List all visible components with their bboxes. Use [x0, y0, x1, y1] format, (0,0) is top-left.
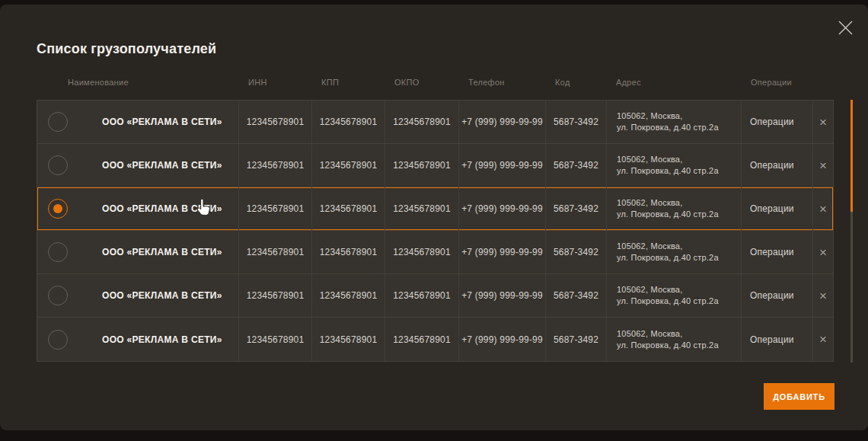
- table-header: Наименование ИНН КПП ОКПО Телефон Код Ад…: [37, 78, 834, 87]
- operations-button[interactable]: Операции: [742, 101, 813, 143]
- header-operations: Операции: [742, 78, 813, 87]
- code-cell: 5687-3492: [546, 144, 607, 187]
- consignee-list-dialog: Список грузополучателей Наименование ИНН…: [0, 5, 868, 430]
- okpo-cell: 12345678901: [385, 101, 459, 143]
- address-line-2: ул. Покровка, д.40 стр.2а: [617, 340, 719, 351]
- okpo-cell: 12345678901: [385, 231, 459, 273]
- address-cell: 105062, Москва, ул. Покровка, д.40 стр.2…: [607, 144, 742, 187]
- phone-cell: +7 (999) 999-99-99: [459, 274, 546, 317]
- address-line-1: 105062, Москва,: [617, 284, 682, 296]
- radio-button[interactable]: [48, 112, 68, 132]
- address-cell: 105062, Москва, ул. Покровка, д.40 стр.2…: [607, 231, 742, 273]
- hand-cursor-icon: [196, 197, 212, 217]
- code-cell: 5687-3492: [546, 101, 607, 143]
- table-row[interactable]: ООО «РЕКЛАМА В СЕТИ» 12345678901 1234567…: [37, 144, 833, 187]
- kpp-cell: 12345678901: [312, 187, 385, 230]
- address-cell: 105062, Москва, ул. Покровка, д.40 стр.2…: [607, 187, 742, 230]
- operations-button[interactable]: Операции: [742, 231, 813, 273]
- x-icon: ×: [819, 116, 827, 129]
- x-icon: ×: [819, 289, 827, 302]
- header-inn: ИНН: [239, 78, 312, 87]
- header-phone: Телефон: [459, 78, 546, 87]
- inn-cell: 12345678901: [239, 144, 312, 187]
- phone-cell: +7 (999) 999-99-99: [459, 318, 546, 361]
- consignee-name: ООО «РЕКЛАМА В СЕТИ»: [102, 290, 222, 301]
- address-line-1: 105062, Москва,: [617, 110, 682, 122]
- kpp-cell: 12345678901: [312, 274, 385, 317]
- operations-button[interactable]: Операции: [742, 318, 813, 361]
- address-line-2: ул. Покровка, д.40 стр.2а: [617, 209, 719, 220]
- name-cell: ООО «РЕКЛАМА В СЕТИ»: [37, 101, 239, 143]
- radio-button[interactable]: [48, 330, 68, 350]
- operations-button[interactable]: Операции: [742, 144, 813, 187]
- inn-cell: 12345678901: [239, 318, 312, 361]
- address-cell: 105062, Москва, ул. Покровка, д.40 стр.2…: [607, 318, 742, 361]
- header-kpp: КПП: [312, 78, 385, 87]
- x-icon: ×: [819, 333, 827, 346]
- phone-cell: +7 (999) 999-99-99: [459, 231, 546, 273]
- table-body: ООО «РЕКЛАМА В СЕТИ» 12345678901 1234567…: [37, 100, 834, 362]
- table-row[interactable]: ООО «РЕКЛАМА В СЕТИ» 12345678901 1234567…: [37, 101, 833, 144]
- code-cell: 5687-3492: [546, 274, 607, 317]
- phone-cell: +7 (999) 999-99-99: [459, 187, 546, 230]
- kpp-cell: 12345678901: [312, 101, 385, 143]
- consignee-name: ООО «РЕКЛАМА В СЕТИ»: [102, 117, 222, 127]
- close-icon[interactable]: [834, 17, 856, 38]
- x-icon: ×: [819, 246, 827, 259]
- address-line-1: 105062, Москва,: [617, 197, 682, 209]
- consignee-name: ООО «РЕКЛАМА В СЕТИ»: [102, 247, 222, 257]
- header-address: Адрес: [607, 78, 742, 87]
- address-line-2: ул. Покровка, д.40 стр.2а: [617, 165, 719, 177]
- header-code: Код: [546, 78, 607, 87]
- address-line-2: ул. Покровка, д.40 стр.2а: [617, 122, 719, 133]
- row-delete-button[interactable]: ×: [813, 101, 833, 143]
- radio-button[interactable]: [48, 199, 68, 219]
- okpo-cell: 12345678901: [385, 274, 459, 317]
- row-delete-button[interactable]: ×: [813, 144, 833, 187]
- scrollbar[interactable]: [850, 100, 853, 363]
- address-line-2: ул. Покровка, д.40 стр.2а: [617, 296, 719, 307]
- name-cell: ООО «РЕКЛАМА В СЕТИ»: [37, 231, 239, 273]
- code-cell: 5687-3492: [546, 318, 607, 361]
- code-cell: 5687-3492: [546, 187, 607, 230]
- okpo-cell: 12345678901: [385, 318, 459, 361]
- table-row[interactable]: ООО «РЕКЛАМА В СЕТИ» 12345678901 1234567…: [37, 274, 833, 318]
- kpp-cell: 12345678901: [312, 231, 385, 273]
- address-line-1: 105062, Москва,: [617, 328, 682, 340]
- table-row[interactable]: ООО «РЕКЛАМА В СЕТИ» 12345678901 1234567…: [37, 187, 833, 231]
- row-delete-button[interactable]: ×: [813, 274, 833, 317]
- consignee-name: ООО «РЕКЛАМА В СЕТИ»: [102, 334, 222, 345]
- dialog-title: Список грузополучателей: [37, 41, 216, 57]
- operations-button[interactable]: Операции: [742, 274, 813, 317]
- name-cell: ООО «РЕКЛАМА В СЕТИ»: [37, 274, 239, 317]
- row-delete-button[interactable]: ×: [813, 231, 833, 273]
- add-button[interactable]: ДОБАВИТЬ: [764, 383, 834, 410]
- name-cell: ООО «РЕКЛАМА В СЕТИ»: [37, 144, 239, 187]
- table-row[interactable]: ООО «РЕКЛАМА В СЕТИ» 12345678901 1234567…: [37, 318, 833, 361]
- radio-button[interactable]: [48, 286, 68, 305]
- phone-cell: +7 (999) 999-99-99: [459, 101, 546, 143]
- address-cell: 105062, Москва, ул. Покровка, д.40 стр.2…: [607, 274, 742, 317]
- table-row[interactable]: ООО «РЕКЛАМА В СЕТИ» 12345678901 1234567…: [37, 231, 833, 274]
- address-cell: 105062, Москва, ул. Покровка, д.40 стр.2…: [607, 101, 742, 143]
- phone-cell: +7 (999) 999-99-99: [459, 144, 546, 187]
- scrollbar-thumb[interactable]: [850, 100, 853, 212]
- screen: Список грузополучателей Наименование ИНН…: [0, 0, 868, 441]
- address-line-2: ул. Покровка, д.40 стр.2а: [617, 252, 719, 264]
- header-name: Наименование: [37, 78, 239, 87]
- address-line-1: 105062, Москва,: [617, 154, 682, 165]
- okpo-cell: 12345678901: [385, 144, 459, 187]
- row-delete-button[interactable]: ×: [813, 318, 833, 361]
- header-actions-spacer: [813, 78, 834, 87]
- consignee-name: ООО «РЕКЛАМА В СЕТИ»: [102, 160, 222, 171]
- row-delete-button[interactable]: ×: [813, 187, 833, 230]
- radio-button[interactable]: [48, 155, 68, 175]
- operations-button[interactable]: Операции: [742, 187, 813, 230]
- x-icon: ×: [819, 159, 827, 172]
- inn-cell: 12345678901: [239, 187, 312, 230]
- inn-cell: 12345678901: [239, 274, 312, 317]
- inn-cell: 12345678901: [239, 231, 312, 273]
- code-cell: 5687-3492: [546, 231, 607, 273]
- kpp-cell: 12345678901: [312, 318, 385, 361]
- radio-button[interactable]: [48, 242, 68, 262]
